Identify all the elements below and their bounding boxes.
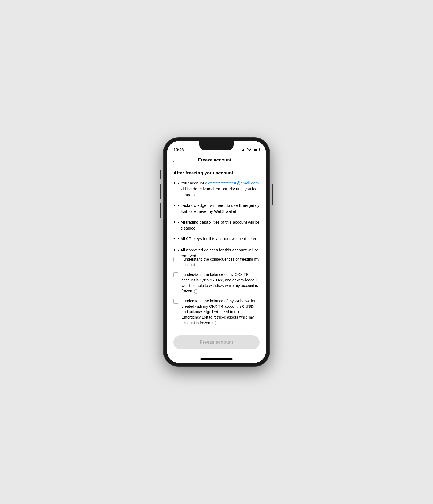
checkbox-3-label: I understand the balance of my Web3 wall… xyxy=(182,298,260,326)
bullet-5-text: All approved devices for this account wi… xyxy=(181,247,260,257)
power-button xyxy=(272,184,273,205)
bullet-list: • Your account ok***************st@gmail… xyxy=(173,180,260,257)
volume-down-button xyxy=(160,203,161,218)
info-icon-1[interactable]: i xyxy=(194,289,198,294)
status-icons xyxy=(241,148,260,152)
phone-device: 10:28 xyxy=(164,138,269,366)
list-item: • All API keys for this account will be … xyxy=(173,236,260,242)
balance-2: 0 USD xyxy=(242,304,254,309)
email-link: ok***************st@gmail.com xyxy=(205,181,259,185)
checkbox-item-3: I understand the balance of my Web3 wall… xyxy=(173,298,260,326)
bullet-3-text: All trading capabilities of this account… xyxy=(181,219,260,231)
nav-bar: ‹ Freeze account xyxy=(167,154,266,166)
section-title: After freezing your account: xyxy=(173,170,260,176)
list-item: • All trading capabilities of this accou… xyxy=(173,219,260,231)
bullet-4-text: All API keys for this account will be de… xyxy=(181,236,257,242)
checkbox-item-1: I understand the consequences of freezin… xyxy=(173,257,260,268)
page-title: Freeze account xyxy=(176,157,253,163)
checkbox-2[interactable] xyxy=(173,272,178,277)
checkbox-2-label: I understand the balance of my OKX TR ac… xyxy=(182,272,260,294)
bullet-dot: • xyxy=(178,180,180,186)
bullet-2-text: I acknowledge I will need to use Emergen… xyxy=(181,203,260,214)
list-item: • Your account ok***************st@gmail… xyxy=(173,180,260,198)
wifi-icon xyxy=(247,148,251,152)
bullet-1-text: Your account ok***************st@gmail.c… xyxy=(181,180,260,198)
volume-up-button xyxy=(160,184,161,199)
balance-1: 1,315.37 TRY xyxy=(200,278,223,282)
info-icon-2[interactable]: ? xyxy=(212,321,216,325)
list-item: • I acknowledge I will need to use Emerg… xyxy=(173,203,260,214)
checkbox-1-label: I understand the consequences of freezin… xyxy=(182,257,260,268)
back-button[interactable]: ‹ xyxy=(172,156,176,164)
bullet-dot: • xyxy=(178,219,180,225)
bullet-dot: • xyxy=(178,247,180,253)
main-content: After freezing your account: • Your acco… xyxy=(167,166,266,257)
checkbox-1[interactable] xyxy=(173,257,178,262)
home-bar xyxy=(200,358,233,360)
list-item: • All approved devices for this account … xyxy=(173,247,260,257)
checkbox-item-2: I understand the balance of my OKX TR ac… xyxy=(173,272,260,294)
home-indicator xyxy=(167,355,266,363)
freeze-button-area: Freeze account xyxy=(167,335,266,355)
signal-icon xyxy=(241,148,245,151)
freeze-account-button[interactable]: Freeze account xyxy=(173,335,260,349)
status-time: 10:28 xyxy=(173,147,184,152)
checkboxes-section: I understand the consequences of freezin… xyxy=(167,257,266,335)
volume-silent-button xyxy=(160,170,161,179)
phone-screen: 10:28 xyxy=(167,141,266,363)
notch xyxy=(199,141,234,150)
bullet-dot: • xyxy=(178,236,180,242)
checkbox-3[interactable] xyxy=(173,299,178,304)
bullet-dot: • xyxy=(178,203,180,208)
battery-icon xyxy=(253,148,260,151)
